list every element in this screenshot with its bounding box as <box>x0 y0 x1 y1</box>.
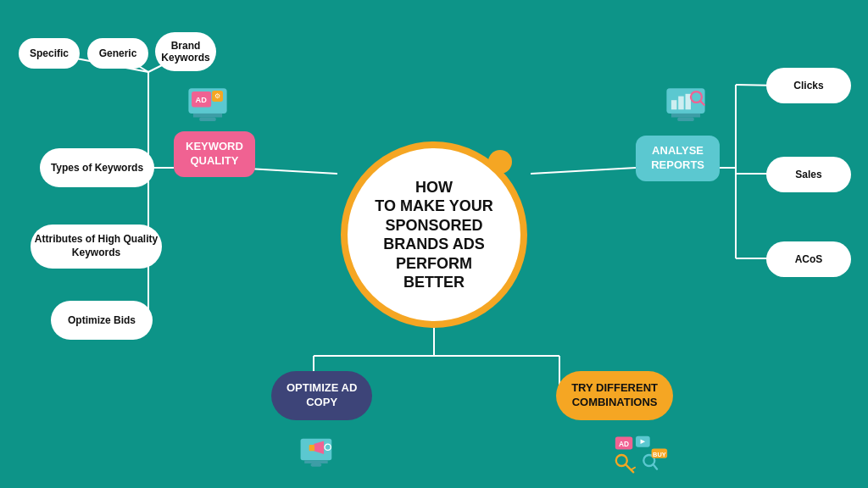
keyword-quality-node: KEYWORD QUALITY <box>174 131 255 177</box>
svg-line-47 <box>631 467 635 469</box>
svg-rect-30 <box>671 100 676 109</box>
pill-generic: Generic <box>87 38 148 69</box>
svg-rect-29 <box>677 117 693 121</box>
pill-attributes: Attributes of High Quality Keywords <box>31 225 162 269</box>
center-title: HOW TO MAKE YOUR SPONSORED BRANDS ADS PE… <box>366 169 501 301</box>
try-different-icon: AD BUY <box>614 433 669 475</box>
svg-line-49 <box>653 464 657 469</box>
svg-rect-36 <box>304 460 328 463</box>
pill-optimize-bids: Optimize Bids <box>51 301 153 340</box>
optimize-ad-copy-node: OPTIMIZE AD COPY <box>271 371 372 420</box>
svg-text:AD: AD <box>619 439 629 447</box>
try-different-combinations-node: TRY DIFFERENT COMBINATIONS <box>556 371 673 420</box>
svg-line-10 <box>531 168 636 174</box>
svg-rect-28 <box>671 113 700 117</box>
center-circle: HOW TO MAKE YOUR SPONSORED BRANDS ADS PE… <box>341 141 527 328</box>
optimize-ad-icon <box>297 433 343 475</box>
svg-text:BUY: BUY <box>653 450 666 458</box>
pill-sales: Sales <box>766 157 851 192</box>
svg-rect-39 <box>309 445 314 451</box>
pill-types: Types of Keywords <box>40 148 154 187</box>
keyword-quality-icon: AD ⚙ <box>182 76 233 127</box>
svg-rect-22 <box>199 117 215 121</box>
svg-rect-21 <box>193 113 222 117</box>
svg-text:⚙: ⚙ <box>214 92 220 100</box>
analyse-reports-node: ANALYSE REPORTS <box>636 136 720 181</box>
svg-rect-37 <box>311 463 322 467</box>
pill-acos: ACoS <box>766 241 851 277</box>
pill-specific: Specific <box>19 38 80 69</box>
analyse-reports-icon <box>660 76 711 127</box>
pill-clicks: Clicks <box>766 68 851 103</box>
svg-text:AD: AD <box>195 95 207 103</box>
svg-rect-31 <box>678 96 683 109</box>
pill-brand: Brand Keywords <box>155 32 216 71</box>
